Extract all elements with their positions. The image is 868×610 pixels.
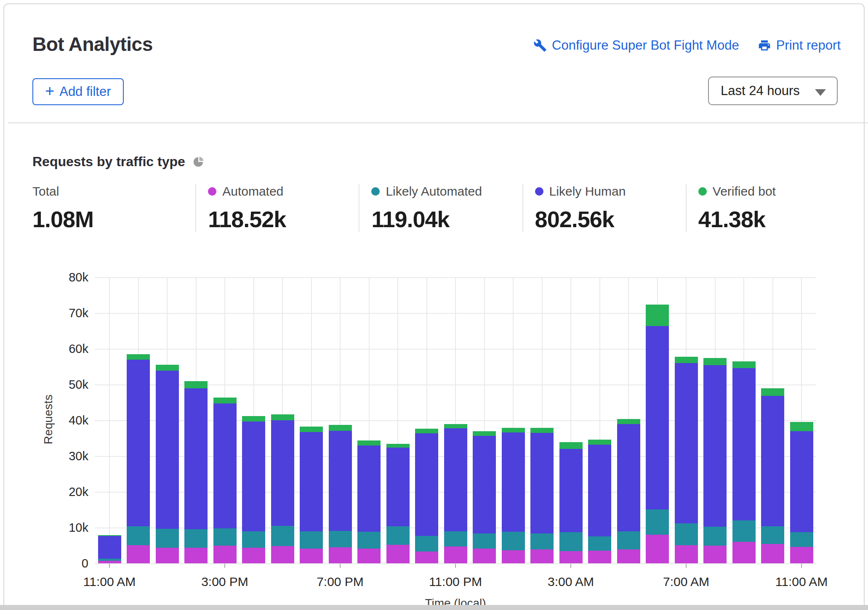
bar-stack[interactable] <box>98 535 121 563</box>
configure-super-bot-fight-mode-link[interactable]: Configure Super Bot Fight Mode <box>533 38 739 53</box>
bar-segment-verified-bot <box>386 444 410 448</box>
bar-segment-verified-bot <box>300 427 323 432</box>
x-axis-tick-label: 3:00 AM <box>520 575 621 589</box>
wrench-icon <box>533 39 547 52</box>
bar-segment-automated <box>357 549 381 563</box>
y-axis-tick-label: 20k <box>38 485 88 499</box>
bar-segment-likely-automated <box>790 532 813 547</box>
y-axis-tick-label: 0 <box>38 557 88 570</box>
bot-analytics-page: Bot Analytics Configure Super Bot Fight … <box>0 0 868 610</box>
bar-stack[interactable] <box>588 440 611 563</box>
bar-segment-automated <box>502 550 525 563</box>
bar-segment-verified-bot <box>588 440 611 445</box>
bar-stack[interactable] <box>415 429 438 563</box>
stat-automated-label: Automated <box>222 184 283 199</box>
bar-segment-likely-human <box>242 422 265 532</box>
bar-segment-likely-automated <box>559 532 583 551</box>
bar-segment-likely-human <box>588 445 611 536</box>
bar-stack[interactable] <box>473 431 496 564</box>
y-axis-tick-label: 80k <box>38 271 88 284</box>
x-axis-tick-label: 3:00 PM <box>174 575 275 589</box>
bar-stack[interactable] <box>357 440 381 563</box>
bar-segment-likely-human <box>646 326 669 510</box>
bar-segment-automated <box>127 545 150 563</box>
bar-segment-likely-human <box>357 446 381 532</box>
bar-segment-likely-automated <box>732 520 756 542</box>
bar-stack[interactable] <box>271 414 294 563</box>
bar-segment-likely-human <box>444 428 467 532</box>
bar-stack[interactable] <box>617 419 640 563</box>
bar-segment-likely-automated <box>329 531 352 547</box>
y-gridline <box>95 277 816 278</box>
pie-chart-icon <box>192 156 205 168</box>
bar-segment-likely-automated <box>473 533 496 549</box>
bar-segment-likely-automated <box>617 531 640 549</box>
time-range-select[interactable]: Last 24 hours <box>708 77 838 105</box>
bar-stack[interactable] <box>559 442 583 563</box>
bar-segment-verified-bot <box>790 422 813 431</box>
bar-segment-likely-human <box>156 371 179 529</box>
traffic-stats-row: Total 1.08M Automated 118.52k Likely Aut… <box>32 184 849 232</box>
add-filter-label: Add filter <box>59 84 111 99</box>
y-axis-tick-label: 60k <box>38 342 88 356</box>
bar-segment-likely-automated <box>646 509 669 535</box>
bar-segment-automated <box>271 546 294 563</box>
bar-segment-likely-human <box>732 368 756 520</box>
bar-segment-verified-bot <box>732 361 756 368</box>
bar-segment-likely-automated <box>184 529 208 548</box>
x-axis-tick <box>340 564 341 568</box>
bar-segment-likely-human <box>675 363 698 523</box>
bar-stack[interactable] <box>213 398 237 563</box>
bar-stack[interactable] <box>646 305 669 563</box>
bar-segment-likely-automated <box>242 531 265 547</box>
bar-segment-likely-human <box>300 432 323 531</box>
bar-stack[interactable] <box>761 388 784 563</box>
bar-segment-likely-automated <box>703 527 727 546</box>
bar-segment-automated <box>675 545 698 563</box>
stat-likely-human-value: 802.56k <box>535 206 677 232</box>
bar-stack[interactable] <box>703 358 727 563</box>
bar-stack[interactable] <box>530 428 554 563</box>
bar-segment-likely-automated <box>444 531 467 546</box>
stat-verified-bot-label: Verified bot <box>713 184 776 199</box>
bar-segment-automated <box>329 547 352 563</box>
bar-segment-verified-bot <box>329 425 352 431</box>
stat-total-label: Total <box>32 184 59 199</box>
print-report-link[interactable]: Print report <box>758 38 841 53</box>
header-divider <box>8 122 868 123</box>
bar-stack[interactable] <box>242 416 265 563</box>
bar-segment-verified-bot <box>502 428 525 432</box>
x-axis-tick-label: 11:00 PM <box>405 575 506 589</box>
bar-segment-verified-bot <box>156 365 179 371</box>
bar-stack[interactable] <box>127 354 150 563</box>
y-gridline <box>95 563 816 564</box>
bar-stack[interactable] <box>184 381 208 564</box>
bar-stack[interactable] <box>444 424 467 564</box>
y-axis-tick-label: 40k <box>38 414 88 427</box>
bar-segment-likely-automated <box>300 531 323 549</box>
stat-likely-automated-label: Likely Automated <box>386 184 482 199</box>
bar-segment-likely-automated <box>213 528 237 546</box>
bar-stack[interactable] <box>329 425 352 563</box>
bar-segment-likely-human <box>761 396 784 526</box>
bar-segment-likely-automated <box>156 529 179 548</box>
bar-stack[interactable] <box>300 427 323 563</box>
x-axis-tick-label: 7:00 AM <box>636 575 737 589</box>
bar-stack[interactable] <box>675 357 698 563</box>
bar-segment-likely-human <box>703 365 727 527</box>
bar-stack[interactable] <box>386 444 410 563</box>
bar-stack[interactable] <box>156 365 179 563</box>
bar-segment-verified-bot <box>617 419 640 424</box>
horizontal-scrollbar[interactable] <box>0 605 868 610</box>
configure-link-label: Configure Super Bot Fight Mode <box>552 38 739 53</box>
bar-segment-automated <box>300 549 323 563</box>
bar-segment-likely-human <box>530 433 554 533</box>
bar-segment-likely-automated <box>357 532 381 549</box>
bar-stack[interactable] <box>732 361 756 563</box>
bot-analytics-card: Bot Analytics Configure Super Bot Fight … <box>3 3 865 610</box>
bar-stack[interactable] <box>790 422 813 563</box>
add-filter-button[interactable]: + Add filter <box>32 78 124 105</box>
likely-human-legend-dot <box>535 187 543 196</box>
bar-stack[interactable] <box>502 428 525 563</box>
x-axis-tick <box>455 564 456 568</box>
